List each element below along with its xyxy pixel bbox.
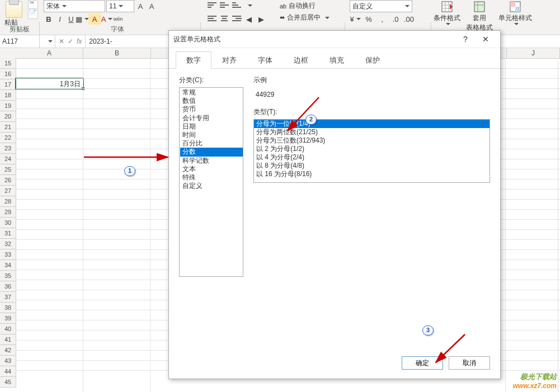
- row-header[interactable]: 27: [0, 186, 16, 196]
- underline-button[interactable]: U: [66, 13, 76, 25]
- decrease-font-icon[interactable]: A: [147, 1, 157, 12]
- dialog-tab[interactable]: 字体: [247, 51, 283, 69]
- category-item[interactable]: 常规: [180, 88, 243, 97]
- align-bottom-icon[interactable]: [232, 0, 242, 10]
- row-header[interactable]: 44: [0, 366, 16, 377]
- ok-button[interactable]: 确定: [402, 356, 443, 370]
- row-header[interactable]: 36: [0, 281, 16, 292]
- row-header[interactable]: 38: [0, 303, 16, 313]
- dialog-tab[interactable]: 数字: [176, 51, 211, 69]
- dialog-tab[interactable]: 保护: [355, 51, 390, 69]
- type-item[interactable]: 分母为三位数(312/943): [254, 136, 490, 145]
- cancel-button[interactable]: 取消: [449, 356, 490, 370]
- name-box-caret-icon[interactable]: [48, 40, 53, 42]
- dialog-title-bar[interactable]: 设置单元格格式 ? ✕: [169, 31, 500, 48]
- column-header[interactable]: J: [507, 48, 560, 58]
- table-format-button[interactable]: 套用 表格格式: [466, 0, 493, 35]
- percent-button[interactable]: %: [364, 13, 374, 25]
- type-item[interactable]: 以 16 为分母(8/16): [254, 170, 490, 178]
- type-item[interactable]: 分母为两位数(21/25): [254, 128, 490, 136]
- wrap-text-button[interactable]: ab自动换行: [280, 1, 330, 11]
- dialog-tab[interactable]: 对齐: [211, 51, 247, 69]
- type-item[interactable]: 以 8 为分母(4/8): [254, 162, 490, 170]
- row-header[interactable]: 32: [0, 239, 16, 249]
- category-item[interactable]: 科学记数: [180, 157, 243, 165]
- number-format-select[interactable]: 自定义: [350, 0, 412, 12]
- cancel-formula-icon[interactable]: ✕: [59, 37, 64, 45]
- category-item[interactable]: 日期: [180, 122, 243, 131]
- type-list[interactable]: 分母为一位数(1/4)分母为两位数(21/25)分母为三位数(312/943)以…: [253, 119, 490, 183]
- border-button[interactable]: ▦: [77, 13, 87, 25]
- increase-indent-icon[interactable]: ▶: [256, 13, 266, 25]
- italic-button[interactable]: I: [55, 13, 65, 25]
- category-list[interactable]: 常规数值货币会计专用日期时间百分比分数科学记数文本特殊自定义: [179, 87, 243, 277]
- category-item[interactable]: 分数: [180, 148, 243, 156]
- align-middle-icon[interactable]: [219, 0, 229, 10]
- category-item[interactable]: 文本: [180, 165, 243, 173]
- row-header[interactable]: 45: [0, 377, 16, 388]
- paste-icon[interactable]: [6, 1, 22, 18]
- dialog-tab[interactable]: 边框: [283, 51, 319, 69]
- align-top-icon[interactable]: [207, 0, 217, 10]
- category-item[interactable]: 货币: [180, 105, 243, 114]
- decrease-indent-icon[interactable]: ◀: [244, 13, 254, 25]
- row-header[interactable]: 24: [0, 154, 16, 164]
- row-header[interactable]: 29: [0, 207, 16, 218]
- row-header[interactable]: 26: [0, 175, 16, 186]
- fill-color-button[interactable]: A: [88, 13, 101, 25]
- align-right-icon[interactable]: [232, 13, 242, 23]
- row-header[interactable]: 15: [0, 58, 16, 69]
- comma-button[interactable]: ,: [377, 13, 387, 25]
- row-header[interactable]: 31: [0, 228, 16, 239]
- orientation-button[interactable]: [244, 0, 254, 11]
- row-header[interactable]: 28: [0, 196, 16, 207]
- column-header[interactable]: B: [83, 48, 151, 58]
- category-item[interactable]: 百分比: [180, 139, 243, 148]
- font-size-select[interactable]: 11: [106, 0, 134, 12]
- row-header[interactable]: 18: [0, 90, 16, 101]
- row-header[interactable]: 20: [0, 111, 16, 122]
- row-headers[interactable]: 1516171819202122232425262728293031323334…: [0, 58, 16, 388]
- row-header[interactable]: 41: [0, 334, 16, 345]
- align-left-icon[interactable]: [207, 13, 217, 23]
- enter-formula-icon[interactable]: ✓: [68, 37, 73, 45]
- category-item[interactable]: 会计专用: [180, 114, 243, 122]
- bold-button[interactable]: B: [44, 13, 54, 25]
- row-header[interactable]: 17: [0, 79, 16, 90]
- font-name-select[interactable]: 宋体: [44, 0, 105, 12]
- merge-center-button[interactable]: ⬌合并后居中: [280, 13, 330, 22]
- row-header[interactable]: 40: [0, 324, 16, 334]
- name-box[interactable]: A117: [0, 35, 55, 48]
- help-button[interactable]: ?: [455, 34, 476, 45]
- row-header[interactable]: 43: [0, 356, 16, 366]
- paste-button-label[interactable]: 粘贴: [4, 18, 18, 27]
- cut-icon[interactable]: [28, 0, 38, 9]
- font-color-button[interactable]: A: [102, 13, 112, 25]
- paste-group[interactable]: [3, 1, 25, 18]
- row-header[interactable]: 33: [0, 249, 16, 260]
- conditional-format-button[interactable]: 条件格式: [434, 0, 460, 35]
- column-header[interactable]: A: [16, 48, 83, 58]
- row-header[interactable]: 22: [0, 133, 16, 143]
- dialog-tab[interactable]: 填充: [319, 51, 355, 69]
- category-item[interactable]: 自定义: [180, 182, 243, 190]
- align-center-icon[interactable]: [219, 13, 229, 23]
- fx-icon[interactable]: fx: [77, 37, 82, 45]
- select-all-corner[interactable]: [0, 48, 16, 59]
- row-header[interactable]: 39: [0, 313, 16, 324]
- row-header[interactable]: 23: [0, 143, 16, 154]
- category-item[interactable]: 时间: [180, 131, 243, 139]
- currency-button[interactable]: ¥: [350, 13, 360, 25]
- increase-font-icon[interactable]: A: [135, 1, 145, 12]
- copy-icon[interactable]: [28, 10, 38, 19]
- row-header[interactable]: 25: [0, 164, 16, 175]
- decrease-decimal-icon[interactable]: .00: [404, 13, 414, 25]
- active-cell[interactable]: 1月3日: [15, 78, 84, 89]
- phonetic-button[interactable]: wén: [113, 13, 123, 25]
- cell-style-button[interactable]: 单元格样式: [498, 0, 532, 35]
- row-header[interactable]: 19: [0, 101, 16, 111]
- row-header[interactable]: 35: [0, 271, 16, 281]
- type-item[interactable]: 以 4 为分母(2/4): [254, 153, 490, 162]
- close-button[interactable]: ✕: [476, 34, 496, 45]
- row-header[interactable]: 30: [0, 218, 16, 228]
